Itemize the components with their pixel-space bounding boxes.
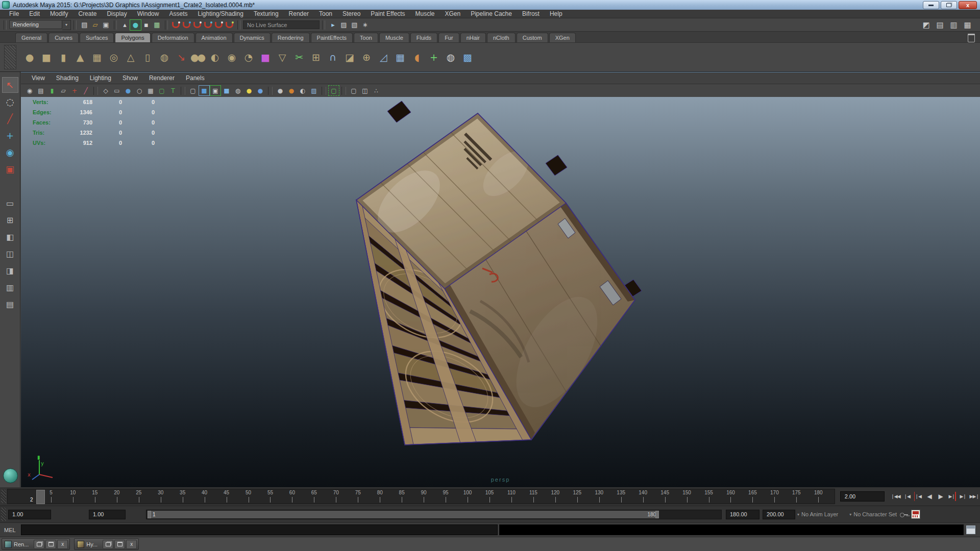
bifrost[interactable]: Bifrost bbox=[517, 10, 545, 17]
minimized-hypershade-window[interactable]: Hy... x bbox=[74, 538, 139, 550]
restore-button[interactable] bbox=[941, 1, 957, 9]
menu-set-selector[interactable]: Rendering bbox=[9, 20, 62, 29]
separator[interactable] bbox=[322, 87, 326, 95]
auto-keyframe-toggle[interactable] bbox=[911, 510, 920, 519]
textured-display-icon[interactable]: ▣ bbox=[210, 86, 220, 95]
poly-pipe-icon[interactable]: ▯ bbox=[138, 48, 155, 66]
select-object-icon[interactable]: ● bbox=[130, 20, 141, 30]
display[interactable]: Display bbox=[102, 10, 132, 17]
animation-start-field[interactable]: 1.00 bbox=[8, 510, 51, 519]
smooth-icon[interactable]: ◔ bbox=[239, 48, 256, 66]
script-editor-icon[interactable] bbox=[966, 525, 975, 534]
separator[interactable] bbox=[268, 87, 273, 95]
uv-checker-icon[interactable]: ▩ bbox=[458, 48, 475, 66]
go-to-end-button[interactable]: ▶▶❘ bbox=[969, 491, 980, 502]
range-slider-inner[interactable]: 1 180 bbox=[148, 511, 659, 518]
crate-model[interactable] bbox=[21, 97, 980, 488]
close-button[interactable]: x bbox=[126, 540, 137, 549]
layout-single-pane-button[interactable]: ▭ bbox=[3, 196, 18, 210]
shelf-grip[interactable] bbox=[4, 45, 16, 69]
toon[interactable]: Toon bbox=[314, 10, 337, 17]
general[interactable]: General bbox=[15, 33, 47, 42]
snap-to-projected-center-icon[interactable] bbox=[203, 20, 213, 30]
scale-tool-button[interactable]: ▣ bbox=[2, 161, 18, 177]
command-language-toggle[interactable]: MEL bbox=[0, 527, 21, 533]
poly-cone-icon[interactable]: ▲ bbox=[71, 48, 88, 66]
poly-cube-icon[interactable]: ■ bbox=[37, 48, 54, 66]
character-set-selector[interactable]: No Character Set bbox=[853, 511, 897, 517]
channel-box-icon[interactable]: ▦ bbox=[962, 20, 973, 30]
help[interactable]: Help bbox=[545, 10, 568, 17]
multi-pane-icon[interactable]: ◫ bbox=[360, 86, 370, 95]
share-view-icon[interactable]: ∴ bbox=[371, 86, 381, 95]
modeling-toolkit-icon[interactable]: ◩ bbox=[921, 20, 932, 30]
edit[interactable]: Edit bbox=[24, 10, 45, 17]
play-forwards-button[interactable]: ▶ bbox=[935, 491, 946, 502]
field-chart-icon[interactable]: ▦ bbox=[145, 86, 156, 95]
uv-sphere-projection-icon[interactable]: ■ bbox=[256, 48, 273, 66]
append-polygon-icon[interactable]: ⊕ bbox=[357, 48, 374, 66]
playback-end-field[interactable]: 180.00 bbox=[726, 510, 760, 519]
go-to-start-button[interactable]: ❘◀◀ bbox=[890, 491, 901, 502]
command-input-field[interactable] bbox=[21, 524, 498, 535]
multi-cut-icon[interactable]: ✂ bbox=[290, 48, 307, 66]
live-surface-field[interactable]: No Live Surface bbox=[243, 20, 320, 29]
step-forward-frame-button[interactable]: ▶❘ bbox=[958, 491, 969, 502]
bookmark-icon[interactable]: ▮ bbox=[47, 86, 57, 95]
lasso-select-tool-button[interactable]: ◌ bbox=[2, 94, 18, 110]
muscle[interactable]: Muscle bbox=[410, 10, 440, 17]
two-d-pan-zoom-icon[interactable]: + bbox=[69, 86, 80, 95]
range-end-handle[interactable] bbox=[655, 511, 659, 518]
ui-grip[interactable] bbox=[237, 20, 240, 30]
ui-grip[interactable] bbox=[4, 20, 7, 30]
anim-layer-selector[interactable]: No Anim Layer bbox=[801, 511, 838, 517]
film-gate-icon[interactable]: ▭ bbox=[112, 86, 122, 95]
poly-platonic-icon[interactable]: ◍ bbox=[155, 48, 172, 66]
soccer-ball-icon[interactable]: ◍ bbox=[442, 48, 458, 66]
shadows-icon[interactable]: ● bbox=[255, 86, 265, 95]
chevron-down-icon[interactable]: ▾ bbox=[847, 512, 853, 517]
snap-to-points-icon[interactable] bbox=[192, 20, 203, 30]
ncloth[interactable]: nCloth bbox=[487, 33, 516, 42]
xgen[interactable]: XGen bbox=[440, 10, 466, 17]
curve-to-poly-icon[interactable]: ↘ bbox=[172, 48, 189, 66]
layout-hypershade-persp-button[interactable]: ◨ bbox=[3, 264, 18, 278]
use-default-material-icon[interactable]: ● bbox=[275, 86, 285, 95]
attribute-editor-icon[interactable]: ▤ bbox=[935, 20, 945, 30]
snap-to-view-planes-icon[interactable] bbox=[213, 20, 224, 30]
chevron-down-icon[interactable]: ▾ bbox=[62, 20, 71, 30]
trash-icon[interactable] bbox=[968, 34, 975, 42]
muscle[interactable]: Muscle bbox=[379, 33, 409, 42]
bevel-icon[interactable]: ◪ bbox=[340, 48, 357, 66]
render[interactable]: Render bbox=[284, 10, 314, 17]
range-slider-track[interactable]: 1 180 bbox=[146, 510, 722, 519]
paint-effects[interactable]: Paint Effects bbox=[365, 10, 410, 17]
texturing[interactable]: Texturing bbox=[249, 10, 284, 17]
close-button[interactable]: x bbox=[57, 540, 68, 549]
resolution-gate-icon[interactable]: ● bbox=[123, 86, 133, 95]
file[interactable]: File bbox=[4, 10, 24, 17]
poly-pyramid-icon[interactable]: △ bbox=[121, 48, 138, 66]
grid-toggle-icon[interactable]: ◇ bbox=[101, 86, 111, 95]
play-backwards-button[interactable]: ◀ bbox=[924, 491, 935, 502]
grease-pencil-icon[interactable]: ╱ bbox=[81, 86, 91, 95]
tool-settings-icon[interactable]: ▥ bbox=[948, 20, 959, 30]
image-plane-icon[interactable]: ▱ bbox=[58, 86, 68, 95]
render-current-frame-icon[interactable]: ▨ bbox=[338, 20, 349, 30]
camera-attributes-icon[interactable]: ▤ bbox=[36, 86, 46, 95]
restore-button[interactable] bbox=[103, 540, 113, 549]
make-live-icon[interactable] bbox=[224, 20, 235, 30]
rotate-tool-button[interactable]: ◉ bbox=[2, 144, 18, 160]
maximize-button[interactable] bbox=[45, 540, 56, 549]
deformation[interactable]: Deformation bbox=[152, 33, 194, 42]
open-scene-icon[interactable]: ▱ bbox=[90, 20, 101, 30]
curves[interactable]: Curves bbox=[48, 33, 79, 42]
polygons[interactable]: Polygons bbox=[115, 33, 150, 42]
window[interactable]: Window bbox=[132, 10, 164, 17]
range-start-handle[interactable] bbox=[148, 511, 151, 518]
time-slider[interactable]: 5101520253035404550556065707580859095100… bbox=[7, 489, 835, 504]
lighting-shading[interactable]: Lighting/Shading bbox=[192, 10, 248, 17]
fluids[interactable]: Fluids bbox=[410, 33, 437, 42]
assets[interactable]: Assets bbox=[164, 10, 192, 17]
poly-sphere-icon[interactable]: ● bbox=[20, 48, 37, 66]
